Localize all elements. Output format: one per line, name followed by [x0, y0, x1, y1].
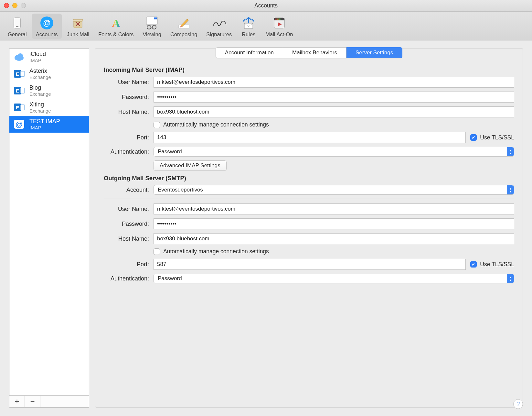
settings-panel: Account Information Mailbox Behaviors Se… — [95, 48, 523, 408]
label-incoming-password: Password: — [104, 94, 154, 101]
svg-text:A: A — [112, 17, 120, 29]
toolbar-label: Composing — [170, 31, 197, 38]
junk-mail-icon — [70, 15, 86, 31]
close-window-button[interactable] — [4, 3, 9, 8]
incoming-hostname-input[interactable] — [154, 106, 514, 117]
minimize-window-button[interactable] — [12, 3, 17, 8]
exchange-icon: E — [13, 84, 26, 97]
outgoing-auth-select[interactable]: Password — [154, 274, 514, 283]
outgoing-tls-checkbox[interactable] — [470, 261, 477, 268]
sidebar-account-asterix[interactable]: E Asterix Exchange — [9, 65, 89, 82]
account-name: TEST IMAP — [29, 118, 60, 125]
label-outgoing-account: Account: — [104, 187, 154, 193]
cloud-icon — [13, 50, 26, 63]
incoming-tls-label: Use TLS/SSL — [480, 134, 514, 141]
rules-icon — [241, 15, 256, 31]
advanced-imap-settings-button[interactable]: Advanced IMAP Settings — [154, 160, 227, 171]
account-type: Exchange — [29, 108, 51, 114]
incoming-port-input[interactable] — [154, 132, 466, 143]
signatures-icon — [211, 15, 227, 31]
remove-account-button[interactable]: − — [25, 396, 40, 407]
outgoing-auth-value: Password — [158, 275, 182, 282]
toolbar-item-viewing[interactable]: Viewing — [139, 14, 165, 39]
exchange-icon: E — [13, 67, 26, 80]
account-type: Exchange — [29, 74, 51, 80]
toolbar-label: Rules — [242, 31, 255, 38]
outgoing-port-input[interactable] — [154, 259, 466, 270]
sidebar-account-xiting[interactable]: E Xiting Exchange — [9, 99, 89, 116]
at-icon: @ — [13, 118, 26, 131]
outgoing-account-select[interactable]: Eventosdeportivos — [154, 185, 514, 195]
settings-tabs: Account Information Mailbox Behaviors Se… — [216, 47, 402, 58]
outgoing-auto-manage-checkbox[interactable] — [154, 248, 160, 255]
toolbar-item-fonts-colors[interactable]: A Fonts & Colors — [94, 14, 137, 39]
label-outgoing-auth: Authentication: — [104, 275, 154, 282]
add-account-button[interactable]: + — [9, 396, 25, 407]
zoom-window-button[interactable] — [21, 3, 26, 8]
incoming-auth-value: Password — [158, 148, 182, 155]
svg-text:E: E — [16, 71, 19, 77]
toolbar-label: Fonts & Colors — [98, 31, 133, 38]
toolbar-item-rules[interactable]: Rules — [237, 14, 260, 39]
sidebar-account-blog[interactable]: E Blog Exchange — [9, 82, 89, 99]
accounts-sidebar: iCloud IMAP E Asterix Exchange E Blog — [9, 48, 89, 408]
svg-point-26 — [15, 55, 19, 59]
label-incoming-hostname: Host Name: — [104, 109, 154, 115]
toolbar-item-mail-act-on[interactable]: Mail Act-On — [261, 14, 297, 39]
sidebar-account-test-imap[interactable]: @ TEST IMAP IMAP — [9, 116, 89, 133]
outgoing-hostname-input[interactable] — [154, 233, 514, 244]
toolbar-label: Mail Act-On — [265, 31, 293, 38]
toolbar-item-signatures[interactable]: Signatures — [202, 14, 236, 39]
svg-rect-35 — [20, 105, 24, 110]
toolbar-item-general[interactable]: General — [4, 14, 31, 39]
label-outgoing-hostname: Host Name: — [104, 235, 154, 242]
svg-point-12 — [152, 25, 156, 29]
svg-rect-10 — [154, 17, 157, 19]
svg-rect-1 — [16, 26, 18, 27]
tab-server-settings[interactable]: Server Settings — [346, 47, 402, 58]
svg-point-22 — [279, 18, 281, 20]
traffic-lights — [4, 3, 26, 8]
label-outgoing-username: User Name: — [104, 206, 154, 213]
viewing-icon — [144, 15, 160, 31]
toolbar-label: General — [8, 31, 27, 38]
label-incoming-port: Port: — [104, 134, 154, 141]
toolbar-label: Viewing — [143, 31, 161, 38]
chevron-up-down-icon — [507, 274, 514, 283]
tab-account-information[interactable]: Account Information — [216, 47, 283, 58]
account-type: IMAP — [29, 125, 60, 130]
sidebar-account-icloud[interactable]: iCloud IMAP — [9, 49, 89, 65]
svg-rect-5 — [73, 19, 83, 21]
composing-icon — [176, 15, 192, 31]
chevron-up-down-icon — [507, 185, 514, 194]
incoming-auto-manage-checkbox[interactable] — [154, 122, 160, 128]
incoming-auth-select[interactable]: Password — [154, 147, 514, 157]
exchange-icon: E — [13, 101, 26, 114]
svg-text:@: @ — [16, 120, 23, 128]
incoming-auto-manage-label: Automatically manage connection settings — [163, 121, 269, 128]
incoming-section-title: Incoming Mail Server (IMAP) — [104, 66, 514, 73]
toolbar-item-accounts[interactable]: @ Accounts — [32, 14, 62, 39]
svg-rect-29 — [20, 71, 24, 76]
toolbar-item-composing[interactable]: Composing — [166, 14, 201, 39]
outgoing-password-input[interactable] — [154, 218, 514, 229]
account-type: IMAP — [29, 58, 46, 63]
outgoing-tls-label: Use TLS/SSL — [480, 261, 514, 268]
titlebar: Accounts — [0, 0, 532, 12]
help-button[interactable]: ? — [513, 399, 523, 409]
incoming-username-input[interactable] — [154, 77, 514, 88]
svg-point-20 — [275, 18, 277, 20]
svg-point-21 — [277, 18, 279, 20]
outgoing-section-title: Outgoing Mail Server (SMTP) — [104, 175, 514, 182]
toolbar-label: Signatures — [206, 31, 232, 38]
label-incoming-username: User Name: — [104, 79, 154, 86]
toolbar-item-junk-mail[interactable]: Junk Mail — [63, 14, 93, 39]
svg-text:E: E — [16, 105, 19, 110]
svg-text:E: E — [16, 88, 19, 93]
tab-mailbox-behaviors[interactable]: Mailbox Behaviors — [283, 47, 346, 58]
outgoing-username-input[interactable] — [154, 203, 514, 214]
account-type: Exchange — [29, 91, 51, 97]
accounts-list: iCloud IMAP E Asterix Exchange E Blog — [9, 49, 89, 395]
incoming-password-input[interactable] — [154, 92, 514, 103]
incoming-tls-checkbox[interactable] — [470, 134, 477, 141]
